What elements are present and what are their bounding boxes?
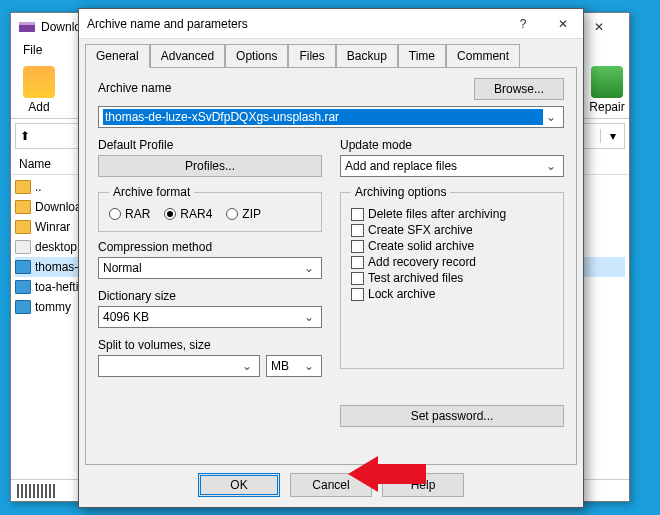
compression-label: Compression method bbox=[98, 240, 322, 254]
help-icon[interactable]: ? bbox=[503, 9, 543, 39]
tab-files[interactable]: Files bbox=[288, 44, 335, 68]
archiving-options-group: Archiving options Delete files after arc… bbox=[340, 185, 564, 369]
close-icon[interactable]: ✕ bbox=[543, 9, 583, 39]
tab-comment[interactable]: Comment bbox=[446, 44, 520, 68]
checkbox-icon bbox=[351, 208, 364, 221]
radio-icon bbox=[109, 208, 121, 220]
dialog-button-row: OK Cancel Help bbox=[79, 473, 583, 497]
archive-name-input[interactable]: thomas-de-luze-xSvDfpDQXgs-unsplash.rar … bbox=[98, 106, 564, 128]
archive-format-group: Archive format RAR RAR4 ZIP bbox=[98, 185, 322, 232]
format-rar4[interactable]: RAR4 bbox=[164, 207, 212, 221]
help-button[interactable]: Help bbox=[382, 473, 464, 497]
radio-icon bbox=[226, 208, 238, 220]
chevron-down-icon[interactable]: ⌄ bbox=[301, 310, 317, 324]
image-icon bbox=[15, 260, 31, 274]
tab-general[interactable]: General bbox=[85, 44, 150, 68]
status-icon bbox=[17, 484, 57, 498]
dialog-titlebar: Archive name and parameters ? ✕ bbox=[79, 9, 583, 39]
format-zip[interactable]: ZIP bbox=[226, 207, 261, 221]
chevron-down-icon[interactable]: ⌄ bbox=[543, 159, 559, 173]
format-rar[interactable]: RAR bbox=[109, 207, 150, 221]
dialog-title: Archive name and parameters bbox=[87, 17, 503, 31]
repair-icon bbox=[591, 66, 623, 98]
checkbox-icon bbox=[351, 272, 364, 285]
chevron-down-icon[interactable]: ⌄ bbox=[543, 110, 559, 124]
dictionary-select[interactable]: 4096 KB ⌄ bbox=[98, 306, 322, 328]
menu-file[interactable]: File bbox=[17, 41, 48, 61]
tab-backup[interactable]: Backup bbox=[336, 44, 398, 68]
archive-format-legend: Archive format bbox=[109, 185, 194, 199]
tab-strip: General Advanced Options Files Backup Ti… bbox=[79, 39, 583, 67]
winrar-app-icon bbox=[19, 19, 35, 35]
split-size-input[interactable]: ⌄ bbox=[98, 355, 260, 377]
opt-lock[interactable]: Lock archive bbox=[351, 287, 553, 301]
browse-button[interactable]: Browse... bbox=[474, 78, 564, 100]
tab-advanced[interactable]: Advanced bbox=[150, 44, 225, 68]
tab-time[interactable]: Time bbox=[398, 44, 446, 68]
archive-params-dialog: Archive name and parameters ? ✕ General … bbox=[78, 8, 584, 508]
opt-test[interactable]: Test archived files bbox=[351, 271, 553, 285]
opt-sfx[interactable]: Create SFX archive bbox=[351, 223, 553, 237]
checkbox-icon bbox=[351, 288, 364, 301]
file-icon bbox=[15, 240, 31, 254]
set-password-button[interactable]: Set password... bbox=[340, 405, 564, 427]
folder-icon bbox=[15, 220, 31, 234]
opt-delete-after[interactable]: Delete files after archiving bbox=[351, 207, 553, 221]
compression-select[interactable]: Normal ⌄ bbox=[98, 257, 322, 279]
image-icon bbox=[15, 300, 31, 314]
split-label: Split to volumes, size bbox=[98, 338, 322, 352]
ok-button[interactable]: OK bbox=[198, 473, 280, 497]
checkbox-icon bbox=[351, 256, 364, 269]
opt-recovery[interactable]: Add recovery record bbox=[351, 255, 553, 269]
radio-icon bbox=[164, 208, 176, 220]
folder-icon bbox=[15, 200, 31, 214]
archive-name-label: Archive name bbox=[98, 81, 474, 95]
default-profile-label: Default Profile bbox=[98, 138, 322, 152]
toolbar-repair[interactable]: Repair bbox=[585, 66, 629, 114]
up-icon[interactable]: ⬆ bbox=[16, 129, 34, 143]
folder-icon bbox=[15, 180, 31, 194]
add-icon bbox=[23, 66, 55, 98]
path-dropdown[interactable]: ▾ bbox=[600, 129, 624, 143]
archiving-options-legend: Archiving options bbox=[351, 185, 450, 199]
chevron-down-icon[interactable]: ⌄ bbox=[239, 359, 255, 373]
split-unit-select[interactable]: MB ⌄ bbox=[266, 355, 322, 377]
checkbox-icon bbox=[351, 224, 364, 237]
dictionary-label: Dictionary size bbox=[98, 289, 322, 303]
svg-rect-1 bbox=[19, 22, 35, 25]
image-icon bbox=[15, 280, 31, 294]
toolbar-add[interactable]: Add bbox=[17, 66, 61, 114]
update-mode-label: Update mode bbox=[340, 138, 564, 152]
opt-solid[interactable]: Create solid archive bbox=[351, 239, 553, 253]
chevron-down-icon[interactable]: ⌄ bbox=[301, 261, 317, 275]
tab-panel-general: Archive name Browse... thomas-de-luze-xS… bbox=[85, 67, 577, 465]
chevron-down-icon[interactable]: ⌄ bbox=[301, 359, 317, 373]
tab-options[interactable]: Options bbox=[225, 44, 288, 68]
profiles-button[interactable]: Profiles... bbox=[98, 155, 322, 177]
cancel-button[interactable]: Cancel bbox=[290, 473, 372, 497]
checkbox-icon bbox=[351, 240, 364, 253]
update-mode-select[interactable]: Add and replace files ⌄ bbox=[340, 155, 564, 177]
